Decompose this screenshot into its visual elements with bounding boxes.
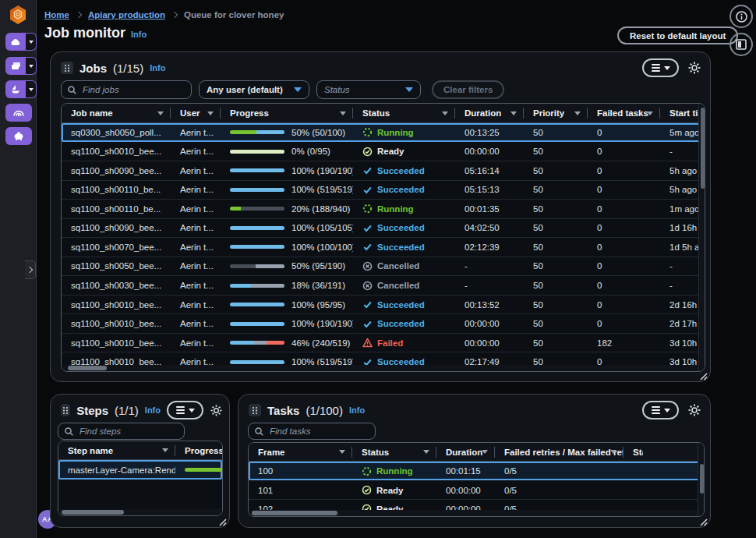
status-label: Succeeded [377, 319, 425, 328]
steps-actions-menu-button[interactable] [167, 401, 203, 419]
progress-label: 100% (95/95) [291, 300, 345, 310]
sidebar-expander-button[interactable] [25, 260, 36, 279]
column-header-progress[interactable]: Progress [175, 441, 222, 459]
cell-progress: 100% (95/95) [221, 300, 353, 310]
drag-handle-icon[interactable] [61, 404, 70, 416]
cell-job-name: sq1100_sh0090_bee... [62, 223, 171, 232]
fleets-menu-button[interactable] [5, 57, 26, 75]
breadcrumb-home-link[interactable]: Home [44, 10, 69, 19]
cloud-menu-button[interactable] [5, 33, 26, 51]
spinner-icon [362, 127, 373, 137]
step-row[interactable]: masterLayer-Camera:RenderCa [58, 460, 222, 480]
cell-status: Cancelled [353, 261, 455, 271]
progress-label: 100% (190/190) [291, 166, 353, 175]
budgets-button[interactable] [5, 127, 32, 145]
gauge-icon [13, 109, 24, 116]
task-row[interactable]: 100 Running 00:01:15 0/5 [249, 462, 704, 480]
tasks-settings-button[interactable] [688, 404, 701, 416]
tasks-horizontal-scrollbar[interactable] [249, 510, 698, 516]
column-header-status[interactable]: Status [353, 104, 455, 122]
check-icon [362, 242, 373, 252]
breadcrumb-farm-link[interactable]: Apiary production [88, 10, 165, 19]
jobs-search-input[interactable] [62, 85, 191, 94]
page-title-row: Job monitor Info [44, 25, 147, 41]
job-row[interactable]: sq1100_sh0050_bee... Aerin t... 50% (95/… [62, 257, 705, 276]
status-filter-dropdown[interactable]: Status [316, 80, 421, 99]
column-header-job-name[interactable]: Job name [62, 104, 171, 122]
cell-duration: 05:15:13 [455, 185, 524, 194]
column-header-priority[interactable]: Priority [524, 104, 588, 122]
page-info-link[interactable]: Info [131, 30, 147, 39]
queues-menu-button[interactable] [5, 80, 26, 98]
usage-button[interactable] [5, 104, 32, 122]
cell-frame: 100 [249, 466, 352, 476]
task-row[interactable]: 101 Ready 00:00:00 0/5 [249, 480, 704, 499]
caret-down-icon [664, 409, 670, 412]
job-row[interactable]: sq1100_sh0070_bee... Aerin t... 100% (10… [62, 237, 705, 257]
cell-priority: 50 [524, 147, 588, 156]
steps-search-input[interactable] [58, 427, 184, 436]
info-panel-button[interactable] [730, 5, 753, 28]
jobs-vertical-scrollbar[interactable] [698, 104, 705, 371]
filter-caret-icon [339, 450, 345, 454]
drag-handle-icon[interactable] [61, 62, 73, 74]
jobs-horizontal-scrollbar[interactable] [62, 365, 698, 371]
cell-duration: - [455, 261, 524, 271]
column-header-start-time[interactable]: Start time [624, 443, 704, 461]
user-filter-dropdown[interactable]: Any user (default) [199, 80, 309, 99]
column-header-status[interactable]: Status [352, 443, 436, 461]
job-row[interactable]: sq1100_sh0090_bee... Aerin t... 100% (19… [62, 161, 705, 180]
progress-bar [230, 150, 284, 154]
resize-handle-icon[interactable] [217, 515, 227, 525]
jobs-actions-menu-button[interactable] [642, 58, 679, 77]
queues-menu-caret-button[interactable] [26, 80, 37, 98]
progress-segment-blue [230, 168, 284, 172]
fleets-menu-caret-button[interactable] [26, 57, 37, 75]
steps-table: Step name Progress masterLayer-Camera:Re… [58, 441, 223, 516]
boat-icon [11, 85, 20, 94]
cell-priority: 50 [524, 300, 588, 310]
side-panel-toggle-button[interactable] [730, 33, 753, 56]
caret-down-icon [189, 409, 195, 412]
tasks-info-link[interactable]: Info [349, 405, 365, 415]
column-header-user[interactable]: User [171, 104, 221, 122]
jobs-settings-button[interactable] [688, 62, 701, 74]
deadline-cloud-hexagon-logo[interactable] [9, 5, 27, 25]
clear-filters-button[interactable]: Clear filters [432, 80, 504, 99]
drag-handle-icon[interactable] [249, 404, 261, 416]
tasks-search-input[interactable] [249, 427, 375, 436]
steps-info-link[interactable]: Info [145, 405, 161, 415]
job-row[interactable]: sq1100_sh0010_bee... Aerin t... 0% (0/95… [62, 142, 705, 161]
cloud-menu-caret-button[interactable] [26, 33, 37, 51]
column-header-duration[interactable]: Duration [436, 443, 495, 461]
steps-horizontal-scrollbar[interactable] [58, 509, 222, 515]
cell-progress: 50% (95/190) [221, 261, 353, 271]
job-row[interactable]: sq0300_sh0050_poll... Aerin t... 50% (50… [62, 123, 705, 142]
tasks-vertical-scrollbar[interactable] [698, 443, 704, 516]
job-row[interactable]: sq1100_sh0010_bee... Aerin t... 100% (95… [62, 295, 705, 314]
progress-segment-gray_dark [241, 207, 284, 211]
reset-layout-button[interactable]: Reset to default layout [617, 27, 738, 44]
resize-handle-icon[interactable] [698, 515, 708, 525]
column-header-step-name[interactable]: Step name [58, 441, 175, 459]
column-header-failed-retries[interactable]: Failed retries / Max failed retries [495, 443, 624, 461]
job-row[interactable]: sq1100_sh0010_bee... Aerin t... 100% (19… [62, 313, 705, 333]
job-row[interactable]: sq1100_sh0090_bee... Aerin t... 100% (10… [62, 218, 705, 238]
column-header-frame[interactable]: Frame [249, 443, 352, 461]
tasks-actions-menu-button[interactable] [642, 401, 679, 419]
resize-handle-icon[interactable] [698, 370, 708, 379]
cell-failed-tasks: 0 [588, 223, 660, 232]
cell-priority: 50 [524, 319, 588, 328]
job-row[interactable]: sq1100_sh0030_bee... Aerin t... 18% (36/… [62, 275, 705, 295]
cell-job-name: sq0300_sh0050_poll... [62, 128, 171, 137]
job-row[interactable]: sq1100_sh00110_be... Aerin t... 20% (188… [62, 199, 705, 218]
job-row[interactable]: sq1100_sh00110_be... Aerin t... 100% (51… [62, 180, 705, 200]
column-header-duration[interactable]: Duration [455, 104, 524, 122]
column-header-progress[interactable]: Progress [221, 104, 353, 122]
cell-status: Cancelled [353, 281, 455, 291]
jobs-info-link[interactable]: Info [150, 63, 165, 73]
steps-settings-button[interactable] [210, 405, 222, 416]
column-header-failed-tasks[interactable]: Failed tasks [588, 104, 660, 122]
job-row[interactable]: sq1100_sh0010_bee... Aerin t... 46% (240… [62, 333, 705, 352]
cell-user: Aerin t... [171, 204, 221, 214]
